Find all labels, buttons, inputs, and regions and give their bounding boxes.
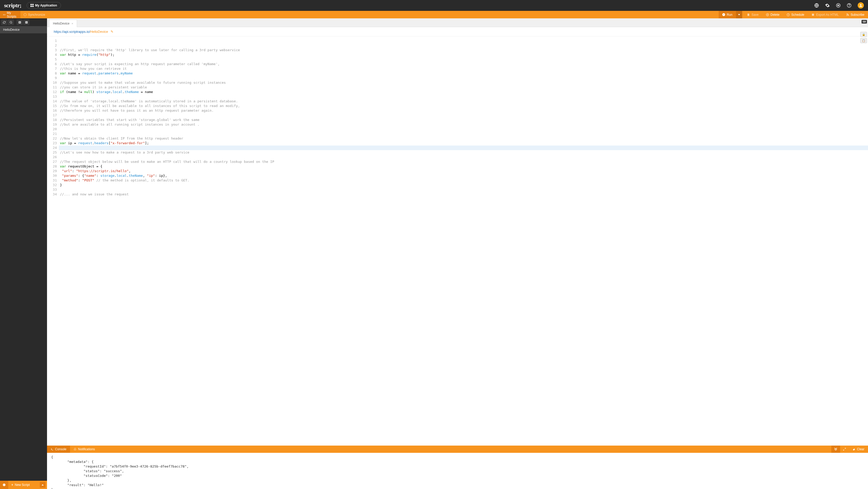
header-left: scriptr; My Application [4, 2, 61, 9]
eraser-icon [852, 448, 855, 451]
play-icon [722, 13, 725, 16]
svg-marker-30 [41, 484, 44, 486]
run-button[interactable]: Run [719, 11, 736, 18]
export-button[interactable]: Export As HTML [808, 11, 842, 18]
svg-marker-15 [738, 14, 740, 15]
code-editor[interactable]: 1234567891011121314151617181920212223242… [47, 36, 868, 446]
refresh-button[interactable] [1, 20, 7, 25]
save-icon [747, 13, 750, 16]
globe-icon[interactable] [814, 3, 819, 8]
sub-header: My Scripts Synchronize Run Save Delete [0, 11, 868, 18]
action-bar: Run Save Delete Schedule Export As HTML … [719, 11, 868, 18]
clear-label: Clear [857, 448, 864, 451]
schedule-button[interactable]: Schedule [783, 11, 808, 18]
file-item[interactable]: HelloDevice [0, 26, 47, 33]
left-tabs: My Scripts Synchronize [0, 11, 47, 18]
app-selector-button[interactable]: My Application [27, 2, 61, 9]
export-icon [811, 13, 814, 16]
caret-up-icon [41, 484, 44, 486]
expand-console-button[interactable] [840, 446, 849, 453]
console-tab[interactable]: Console [47, 446, 70, 453]
svg-point-12 [24, 13, 26, 16]
avatar[interactable] [858, 2, 864, 8]
refresh-icon [3, 21, 6, 24]
keyboard-shortcuts-badge[interactable]: ⌨ [862, 20, 867, 24]
list-icon[interactable] [836, 3, 841, 8]
delete-icon [766, 13, 769, 16]
new-script-button[interactable]: + New Script [8, 483, 40, 487]
run-dropdown[interactable] [736, 11, 742, 18]
line-gutter: 1234567891011121314151617181920212223242… [47, 36, 59, 446]
code-icon [3, 13, 5, 16]
bell-icon [74, 448, 76, 451]
schedule-label: Schedule [791, 13, 804, 17]
plus-icon [18, 21, 21, 24]
minus-icon [25, 21, 28, 24]
edit-url-icon[interactable]: ✎ [111, 30, 114, 34]
new-script-label: New Script [15, 483, 30, 487]
svg-line-33 [843, 450, 844, 451]
subscribe-button[interactable]: Subscribe [842, 11, 868, 18]
add-button[interactable] [17, 20, 23, 25]
editor-tab[interactable]: HelloDevice × [49, 20, 77, 27]
sync-icon [24, 13, 27, 16]
url-path: HelloDevice [90, 30, 108, 34]
run-label: Run [727, 13, 733, 17]
terminal-icon [51, 448, 54, 451]
close-tab-icon[interactable]: × [71, 22, 73, 25]
url-bar: https://api.scriptrapps.io/HelloDevice ✎ [47, 27, 868, 36]
double-chevron-down-icon [834, 448, 837, 451]
delete-button[interactable]: Delete [762, 11, 783, 18]
notifications-tab[interactable]: Notifications [70, 446, 98, 453]
svg-line-23 [11, 23, 12, 23]
collapse-console-button[interactable] [831, 446, 840, 453]
logo: scriptr; [4, 2, 22, 9]
console-output[interactable]: { "metadata": { "requestId": "a7bf54f0-9… [47, 453, 868, 489]
svg-rect-20 [812, 14, 814, 16]
console-tab-label: Console [55, 448, 66, 451]
new-script-dropdown[interactable] [40, 482, 45, 488]
svg-rect-2 [30, 6, 32, 7]
svg-line-32 [845, 448, 846, 449]
svg-point-11 [860, 4, 861, 5]
code-content[interactable]: //First, we'll require the 'http' librar… [59, 36, 868, 446]
caret-down-icon [738, 14, 740, 16]
expand-icon [843, 448, 846, 451]
svg-point-22 [10, 21, 11, 23]
collapse-sidebar-button[interactable] [0, 481, 8, 489]
svg-rect-0 [30, 4, 32, 5]
remove-button[interactable] [23, 20, 29, 25]
tab-my-scripts[interactable]: My Scripts [0, 11, 21, 18]
tab-synchronize[interactable]: Synchronize [21, 11, 48, 18]
header-right [814, 2, 864, 8]
svg-point-29 [3, 484, 5, 486]
search-icon [9, 21, 12, 24]
svg-rect-1 [32, 4, 34, 5]
file-tree: HelloDevice [0, 26, 47, 481]
help-icon[interactable] [847, 3, 851, 8]
sidebar: HelloDevice + New Script [0, 18, 47, 489]
url-base: https://api.scriptrapps.io/ [54, 30, 90, 34]
editor-tab-label: HelloDevice [53, 22, 69, 25]
svg-point-21 [846, 15, 847, 16]
editor-side-controls: 🔒 📋 [860, 32, 867, 43]
gear-icon[interactable] [825, 3, 830, 8]
main-layout: HelloDevice + New Script ⌨ HelloDevice ×… [0, 18, 868, 489]
svg-rect-3 [32, 6, 34, 7]
subscribe-label: Subscribe [851, 13, 864, 17]
save-button[interactable]: Save [743, 11, 762, 18]
acl-lock-icon[interactable]: 🔒 [860, 32, 867, 37]
console-header: Console Notifications Clear [47, 446, 868, 453]
clear-console-button[interactable]: Clear [849, 446, 868, 453]
grid-icon [30, 4, 34, 7]
sidebar-toolbar [0, 18, 47, 26]
notifications-tab-label: Notifications [78, 448, 95, 451]
delete-label: Delete [771, 13, 780, 17]
save-label: Save [751, 13, 758, 17]
svg-point-10 [849, 6, 849, 6]
editor-tabs: HelloDevice × [47, 18, 868, 27]
editor-area: ⌨ HelloDevice × https://api.scriptrapps.… [47, 18, 868, 489]
search-button[interactable] [8, 20, 14, 25]
log-settings-icon[interactable]: 📋 [860, 38, 867, 43]
app-button-label: My Application [35, 4, 57, 7]
